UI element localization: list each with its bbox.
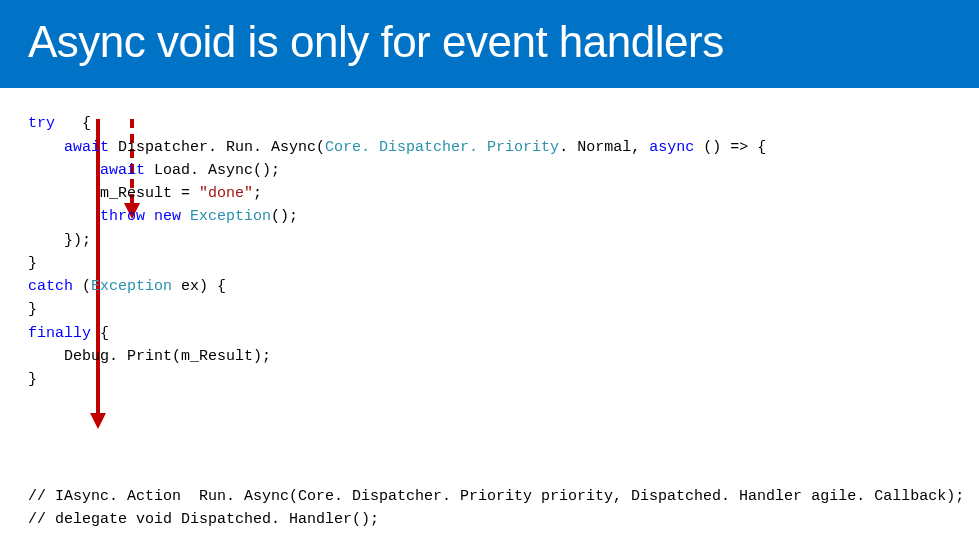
type-name: Core. Dispatcher. Priority xyxy=(325,139,559,156)
text: () => { xyxy=(694,139,766,156)
code-block-main: try { await Dispatcher. Run. Async(Core.… xyxy=(28,112,951,391)
slide-title: Async void is only for event handlers xyxy=(0,0,979,88)
text: Load. Async(); xyxy=(145,162,280,179)
comment-line: // delegate void Dispatched. Handler(); xyxy=(28,511,379,528)
title-text: Async void is only for event handlers xyxy=(28,17,724,66)
text: } xyxy=(28,255,37,272)
type-name: Exception xyxy=(91,278,172,295)
string-literal: "done" xyxy=(199,185,253,202)
text xyxy=(28,208,100,225)
text xyxy=(28,162,100,179)
svg-marker-1 xyxy=(90,413,106,429)
text: ex) { xyxy=(172,278,226,295)
text: . Normal, xyxy=(559,139,649,156)
text: Dispatcher. Run. Async( xyxy=(109,139,325,156)
text: { xyxy=(91,325,109,342)
text: } xyxy=(28,301,37,318)
keyword-new: new xyxy=(145,208,181,225)
text: ; xyxy=(253,185,262,202)
keyword-await: await xyxy=(64,139,109,156)
text: Debug. Print(m_Result); xyxy=(28,348,271,365)
text: m_Result = xyxy=(28,185,199,202)
keyword-catch: catch xyxy=(28,278,73,295)
slide-body: try { await Dispatcher. Run. Async(Core.… xyxy=(0,88,979,391)
text: (); xyxy=(271,208,298,225)
text: } xyxy=(28,371,37,388)
keyword-async: async xyxy=(649,139,694,156)
text: { xyxy=(55,115,91,132)
keyword-try: try xyxy=(28,115,55,132)
keyword-throw: throw xyxy=(100,208,145,225)
text: }); xyxy=(28,232,91,249)
type-name: Exception xyxy=(181,208,271,225)
code-block-footer: // IAsync. Action Run. Async(Core. Dispa… xyxy=(28,485,964,532)
text: ( xyxy=(73,278,91,295)
keyword-await: await xyxy=(100,162,145,179)
keyword-finally: finally xyxy=(28,325,91,342)
comment-line: // IAsync. Action Run. Async(Core. Dispa… xyxy=(28,488,964,505)
